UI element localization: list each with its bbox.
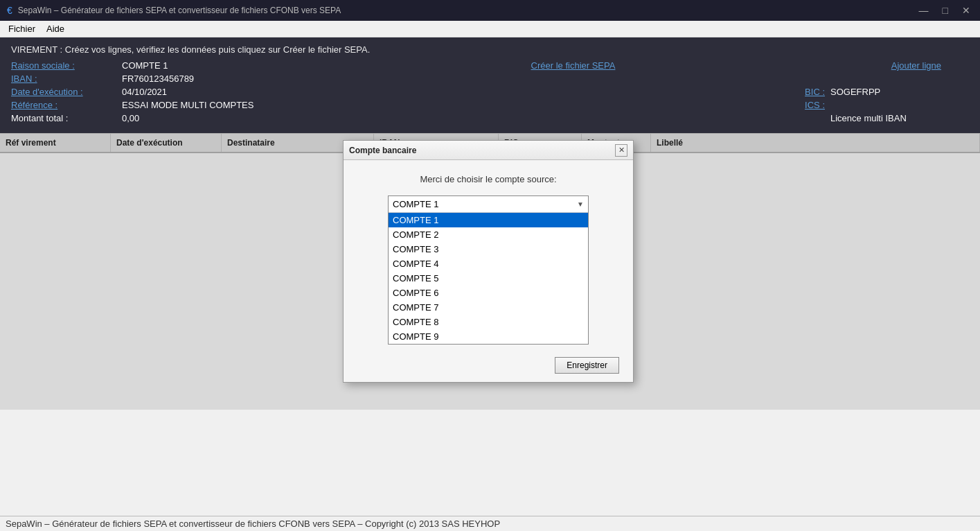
select-current-value: COMPTE 1 (393, 199, 438, 209)
dialog-footer: Enregistrer (344, 351, 633, 382)
dropdown-arrow-icon: ▼ (577, 200, 584, 208)
status-text: SepaWin – Générateur de fichiers SEPA et… (6, 519, 500, 529)
date-label[interactable]: Date d'exécution : (11, 87, 83, 97)
raison-sociale-value: COMPTE 1 (122, 60, 168, 71)
dialog-close-button[interactable]: ✕ (615, 144, 627, 157)
dropdown-item-6[interactable]: COMPTE 6 (389, 286, 588, 300)
dropdown-list: COMPTE 1 COMPTE 2 COMPTE 3 COMPTE 4 COMP… (389, 213, 588, 344)
raison-sociale-label[interactable]: Raison sociale : (11, 60, 75, 71)
dropdown-item-1[interactable]: COMPTE 1 (389, 213, 588, 227)
dropdown-item-7[interactable]: COMPTE 7 (389, 300, 588, 315)
title-bar-title: SepaWin – Générateur de fichiers SEPA et… (18, 6, 341, 15)
dropdown-item-2[interactable]: COMPTE 2 (389, 227, 588, 242)
bic-value: SOGEFRPP (830, 87, 880, 97)
reference-label[interactable]: Référence : (11, 100, 57, 110)
licence-label: Licence multi IBAN (830, 113, 907, 123)
dialog-prompt: Merci de choisir le compte source: (357, 174, 619, 184)
bic-label[interactable]: BIC : (805, 87, 825, 97)
dropdown-item-4[interactable]: COMPTE 4 (389, 256, 588, 271)
close-window-button[interactable]: ✕ (959, 5, 973, 16)
creer-fichier-link[interactable]: Créer le fichier SEPA (531, 60, 616, 71)
info-panel: VIREMENT : Créez vos lignes, vérifiez le… (0, 37, 980, 133)
select-header[interactable]: COMPTE 1 ▼ (389, 196, 588, 213)
dropdown-item-8[interactable]: COMPTE 8 (389, 315, 588, 329)
dialog-title: Compte bancaire (349, 146, 416, 155)
dialog-body: Merci de choisir le compte source: COMPT… (344, 160, 633, 351)
minimize-button[interactable]: — (916, 5, 932, 16)
main-content: Réf virement Date d'exécution Destinatai… (0, 133, 980, 410)
instruction-text: VIREMENT : Créez vos lignes, vérifiez le… (11, 44, 969, 55)
dropdown-item-5[interactable]: COMPTE 5 (389, 271, 588, 286)
ics-label[interactable]: ICS : (805, 100, 825, 110)
status-bar: SepaWin – Générateur de fichiers SEPA et… (0, 516, 980, 531)
dropdown-item-9[interactable]: COMPTE 9 (389, 329, 588, 344)
date-value: 04/10/2021 (122, 87, 167, 97)
modal-overlay: Compte bancaire ✕ Merci de choisir le co… (0, 133, 980, 410)
maximize-button[interactable]: □ (940, 5, 951, 16)
dialog-select-container: COMPTE 1 ▼ COMPTE 1 COMPTE 2 COMPTE 3 CO… (357, 195, 619, 345)
enregistrer-button[interactable]: Enregistrer (555, 357, 619, 374)
menu-bar: Fichier Aide (0, 21, 980, 37)
account-select-box[interactable]: COMPTE 1 ▼ COMPTE 1 COMPTE 2 COMPTE 3 CO… (388, 195, 589, 345)
montant-value: 0,00 (122, 113, 139, 123)
app-icon: € (7, 5, 12, 16)
iban-label[interactable]: IBAN : (11, 73, 37, 84)
reference-value: ESSAI MODE MULTI COMPTES (122, 100, 253, 110)
menu-aide[interactable]: Aide (41, 22, 70, 35)
dropdown-item-3[interactable]: COMPTE 3 (389, 242, 588, 256)
compte-bancaire-dialog: Compte bancaire ✕ Merci de choisir le co… (343, 140, 634, 383)
dialog-titlebar: Compte bancaire ✕ (344, 141, 633, 160)
montant-label: Montant total : (11, 113, 68, 123)
iban-value: FR760123456789 (122, 73, 194, 84)
menu-fichier[interactable]: Fichier (3, 22, 41, 35)
title-bar: € SepaWin – Générateur de fichiers SEPA … (0, 0, 980, 21)
ajouter-ligne-link[interactable]: Ajouter ligne (891, 60, 941, 71)
